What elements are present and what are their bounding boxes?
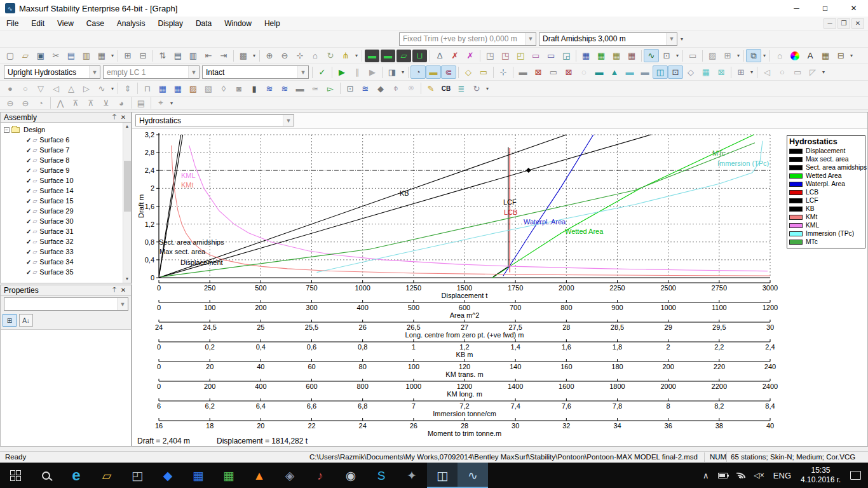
paint-icon[interactable]: ▨ <box>186 82 201 95</box>
menu-edit[interactable]: Edit <box>25 17 51 30</box>
save-icon[interactable]: ▣ <box>33 49 48 62</box>
report-window-icon[interactable]: ⊡ <box>659 49 674 62</box>
tree-item-surface-9[interactable]: ✓▱Surface 9 <box>1 165 131 175</box>
fountain-icon[interactable]: ⋀ <box>53 97 68 110</box>
tree-item-surface-34[interactable]: ✓▱Surface 34 <box>1 257 131 267</box>
tree-item-surface-15[interactable]: ✓▱Surface 15 <box>1 196 131 206</box>
graph-type-select[interactable]: Hydrostatics▼ <box>135 114 294 126</box>
tools-group-arrow[interactable]: ▾ <box>109 86 116 92</box>
close-icon[interactable]: ✕ <box>119 287 128 294</box>
hull-section-icon[interactable]: ▬ <box>515 65 531 79</box>
grid-spacing-icon[interactable]: ⊞ <box>733 65 749 79</box>
taskbar-app-dev-tool[interactable]: ✦ <box>397 463 427 488</box>
zoom-out-icon[interactable]: ⊖ <box>277 49 292 62</box>
taskbar-app-media-app[interactable]: ♪ <box>305 463 336 488</box>
tree-item-surface-29[interactable]: ✓▱Surface 29 <box>1 206 131 216</box>
shift-column-left-icon[interactable]: ⇤ <box>201 49 216 62</box>
body-plan-view-icon[interactable]: ◔ <box>410 65 426 79</box>
wifi-icon[interactable] <box>732 472 750 478</box>
control-point-icon-3[interactable]: ◰ <box>513 49 528 62</box>
categorized-button[interactable]: ⊞ <box>3 314 17 327</box>
sort-icon[interactable]: ⇅ <box>155 49 170 62</box>
surface-shield-icon[interactable]: ⊔ <box>412 50 427 62</box>
pin-icon[interactable]: ⍑ <box>110 287 119 294</box>
alphabetical-button[interactable]: A↓ <box>19 314 33 327</box>
sector-icon[interactable]: ◔ <box>33 97 48 110</box>
surface-edge-icon[interactable]: ▬ <box>381 50 395 62</box>
menu-file[interactable]: File <box>0 17 25 30</box>
waterline-off-icon[interactable]: ⊠ <box>561 65 576 79</box>
taskbar-app-maxsurf-stability[interactable]: ∿ <box>458 463 488 488</box>
taskbar-app-graphics-app[interactable]: ◈ <box>275 463 305 488</box>
rotate-view-icon[interactable]: ↻ <box>323 49 338 62</box>
volume-muted-icon[interactable]: ◁× <box>750 471 769 480</box>
taskbar-app-store[interactable]: ◰ <box>122 463 153 488</box>
font-icon[interactable]: A <box>803 49 818 62</box>
table-add-icon[interactable]: ▦ <box>609 49 624 62</box>
taskbar-app-notes-app[interactable]: ▦ <box>214 463 244 488</box>
door-run-icon[interactable]: ▻ <box>323 82 338 95</box>
minimize-button[interactable]: ─ <box>782 0 811 17</box>
stack-icon[interactable]: ⊡ <box>342 82 358 95</box>
clock[interactable]: 15:35 4.10.2016 г. <box>796 466 846 485</box>
wave-icon[interactable]: ≋ <box>262 82 277 95</box>
trim-surface-icon[interactable]: ✗ <box>463 49 478 62</box>
play-back-icon[interactable]: ◁ <box>48 82 64 95</box>
hull-section-off-icon[interactable]: ⊠ <box>531 65 546 79</box>
tree-expander-icon[interactable]: − <box>4 127 10 133</box>
grid-group-arrow[interactable]: ▾ <box>735 53 742 58</box>
profile-view-icon[interactable]: ⋐ <box>441 65 456 79</box>
valve-icon[interactable]: ⌾ <box>403 82 419 95</box>
fixed-trim-select[interactable]: Fixed Trim (+ve by stern) 0,000 m▼ <box>399 32 536 46</box>
file-group-arrow[interactable]: ▾ <box>109 53 116 58</box>
mesh-icon[interactable]: ⊠ <box>714 65 729 79</box>
tree-scrollbar[interactable]: ▲ ▼ <box>123 123 131 283</box>
shape-circle-icon[interactable]: ○ <box>775 65 790 79</box>
battery-icon[interactable] <box>714 473 732 478</box>
home-view-icon[interactable]: ⌂ <box>308 49 323 62</box>
taskbar-app-vlc[interactable]: ▲ <box>244 463 275 488</box>
shape-corner-icon[interactable]: ◸ <box>805 65 820 79</box>
taskbar-app-file-explorer[interactable]: ▱ <box>92 463 122 488</box>
bench3-icon[interactable]: ⊻ <box>98 97 114 110</box>
pin-icon[interactable]: ⍑ <box>110 114 119 121</box>
menu-data[interactable]: Data <box>189 17 218 30</box>
cone-icon[interactable]: △ <box>64 82 79 95</box>
control-point-icon-4[interactable]: ▭ <box>528 49 543 62</box>
move-origin-icon[interactable]: ⊹ <box>496 65 511 79</box>
scroll-down-icon[interactable]: ▼ <box>123 275 131 283</box>
data-table-icon[interactable]: ▦ <box>578 49 593 62</box>
delete-surface-icon[interactable]: ✗ <box>447 49 463 62</box>
properties-object-select[interactable]: ▼ <box>4 297 128 311</box>
filter-icon[interactable]: ▽ <box>33 82 48 95</box>
ramp-icon[interactable]: ≃ <box>308 82 323 95</box>
section-cut-icon[interactable]: ◫ <box>653 65 668 79</box>
deck-icon[interactable]: ▬ <box>292 82 308 95</box>
pause-analysis-icon[interactable]: ∥ <box>349 65 365 79</box>
action-center-icon[interactable] <box>846 471 865 480</box>
mask-icon[interactable]: ▨ <box>705 49 720 62</box>
open-file-icon[interactable]: ▱ <box>18 49 33 62</box>
tank-open-icon[interactable]: ▦ <box>170 82 186 95</box>
trim-marker-icon[interactable]: ▲ <box>607 65 622 79</box>
sector2-icon[interactable]: ◕ <box>114 97 129 110</box>
calc-sheet-icon[interactable]: ▦ <box>818 49 833 62</box>
sea-surface-icon[interactable]: ▬ <box>592 65 607 79</box>
display-group-arrow[interactable]: ▾ <box>749 69 755 75</box>
taskbar-app-browser-app[interactable]: ◉ <box>336 463 366 488</box>
flat-oval2-icon[interactable]: ⊖ <box>18 97 33 110</box>
graph-window-icon[interactable]: ∿ <box>644 49 659 62</box>
waterline-icon[interactable]: ▭ <box>546 65 561 79</box>
grid-plane-icon[interactable]: ◌ <box>576 65 592 79</box>
shaded-icon[interactable]: ▦ <box>698 65 714 79</box>
close-button[interactable]: ✕ <box>839 0 868 17</box>
tree-item-surface-14[interactable]: ✓▱Surface 14 <box>1 186 131 196</box>
bench2-icon[interactable]: ⊼ <box>83 97 98 110</box>
column-icon[interactable]: ▮ <box>247 82 262 95</box>
params-group-arrow[interactable]: ▾ <box>679 36 685 42</box>
close-icon[interactable]: ✕ <box>119 114 128 121</box>
shape-plane-icon[interactable]: ▭ <box>790 65 805 79</box>
measure-group-arrow[interactable]: ▾ <box>484 86 491 92</box>
control-point-icon-6[interactable]: ◲ <box>559 49 574 62</box>
density-icon[interactable]: ◆ <box>373 82 388 95</box>
